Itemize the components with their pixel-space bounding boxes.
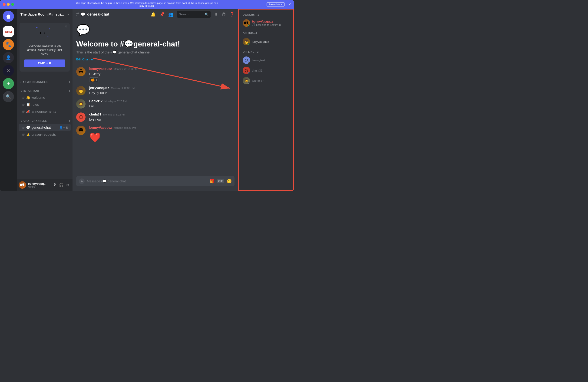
download-icon[interactable]: ⬇ xyxy=(214,12,218,17)
server-divider xyxy=(5,24,12,24)
message-content: jerryvasquez Monday at 12:33 PM Hey, guu… xyxy=(89,86,234,96)
current-user-tag: #8491 xyxy=(28,185,50,188)
server-name-bar[interactable]: The UpperRoom Ministri... ▾ xyxy=(17,9,73,20)
important-add-button[interactable]: + xyxy=(69,89,71,93)
search-box[interactable]: 🔍 xyxy=(177,11,210,18)
maximize-button[interactable] xyxy=(11,3,14,6)
notification-bell-icon[interactable]: 🔔 xyxy=(151,12,156,17)
window-controls xyxy=(3,3,14,6)
member-avatar-jerry: 👦 xyxy=(243,38,250,45)
channel-name-header: general-chat xyxy=(87,12,109,17)
member-avatar-bennytest: ⬡ xyxy=(243,57,250,64)
user-settings-icon[interactable]: ⚙ xyxy=(65,182,71,188)
help-icon[interactable]: ❓ xyxy=(229,12,234,17)
channel-hash-icon: # xyxy=(22,95,25,100)
microphone-icon[interactable]: 🎙 xyxy=(52,182,58,188)
notification-close-icon[interactable]: ✕ xyxy=(288,2,291,6)
message-content: bennyVasquez Monday at 8:23 PM ❤️ xyxy=(89,126,234,144)
offline-section: OFFLINE—3 ⬡ bennytest ⬡ xyxy=(241,50,292,86)
notification-text: We hope Discord can be helpful in these … xyxy=(73,2,221,7)
list-item[interactable]: 🧔 Daniel17 xyxy=(241,76,292,86)
avatar: 🧔 xyxy=(76,99,85,108)
admin-channels-category[interactable]: › ADMIN CHANNELS + xyxy=(17,76,73,85)
quick-switcher-popup: ✕ ✦ ↔️ ✦ ✦ Use Quick Switcher to get aro… xyxy=(20,23,70,72)
minimize-button[interactable] xyxy=(7,3,10,6)
chat-input-area: + 🎁 GIF 😊 xyxy=(73,176,238,191)
emoji-icon[interactable]: 😊 xyxy=(227,179,232,184)
headphones-icon[interactable]: 🎧 xyxy=(59,182,64,188)
chat-add-button[interactable]: + xyxy=(69,119,71,123)
gift-icon[interactable]: 🎁 xyxy=(210,179,214,184)
chat-channels-category[interactable]: ∨ CHAT CHANNELS + xyxy=(17,115,73,124)
add-server-button[interactable]: + xyxy=(3,78,14,89)
member-name: Daniel17 xyxy=(252,79,290,82)
message-text: ❤️ xyxy=(89,130,234,144)
list-item[interactable]: 🕶 bennyVasquez 🎵 Listening to Spotify 🖥 xyxy=(241,18,292,28)
message-author: bennyVasquez xyxy=(89,126,112,129)
chat-expand-icon: ∨ xyxy=(21,120,22,122)
quick-switcher-icon: ✦ ↔️ ✦ ✦ xyxy=(38,27,52,41)
close-button[interactable] xyxy=(3,3,6,6)
user-controls: 🎙 🎧 ⚙ xyxy=(52,182,71,188)
search-input[interactable] xyxy=(179,13,203,16)
discord-home-icon[interactable] xyxy=(3,11,14,22)
list-item[interactable]: ⬡ bennytest xyxy=(241,55,292,65)
message-timestamp: Monday at 12:33 PM xyxy=(111,87,135,89)
channel-prayer-requests[interactable]: # 🙏 prayer-requests xyxy=(19,131,71,138)
table-row: ⬡ chula31 Monday at 8:22 PM bye now xyxy=(76,112,234,122)
table-row: 🕶 bennyVasquez Monday at 12:33 PM Hi Jer… xyxy=(76,67,234,82)
message-author: jerryvasquez xyxy=(89,86,109,90)
search-icon: 🔍 xyxy=(205,13,209,16)
admin-add-button[interactable]: + xyxy=(69,80,71,84)
message-timestamp: Monday at 8:23 PM xyxy=(114,126,136,129)
attach-file-button[interactable]: + xyxy=(79,179,84,184)
channel-hash-icon: # xyxy=(22,132,25,137)
important-category-name: IMPORTANT xyxy=(23,89,40,92)
quick-switcher-close[interactable]: ✕ xyxy=(65,25,67,28)
chat-header: # 💬 general-chat 🔔 📌 👥 🔍 ⬇ @ ❓ xyxy=(73,9,238,20)
member-info: chula31 xyxy=(252,69,290,72)
member-name: chula31 xyxy=(252,69,290,72)
message-author: Daniel17 xyxy=(89,99,103,103)
main-chat: # 💬 general-chat 🔔 📌 👥 🔍 ⬇ @ ❓ xyxy=(73,9,238,191)
status-dot xyxy=(248,24,250,27)
message-content: bennyVasquez Monday at 12:33 PM Hi Jerry… xyxy=(89,67,234,82)
channel-welcome[interactable]: # 👋 welcome xyxy=(19,94,71,101)
settings-icon[interactable]: ⚙ xyxy=(66,126,69,129)
channel-general-chat[interactable]: # 💬 general-chat 👤+ ⚙ xyxy=(19,124,71,131)
gif-button[interactable]: GIF xyxy=(217,179,224,183)
avatar: 🕶 xyxy=(76,126,85,135)
invite-icon[interactable]: 👤+ xyxy=(59,126,65,129)
server-icon-dark2[interactable]: ✕ xyxy=(3,65,14,76)
list-item[interactable]: ⬡ chula31 xyxy=(241,65,292,76)
message-input[interactable] xyxy=(87,179,207,183)
message-reaction[interactable]: 🍊 1 xyxy=(89,77,99,82)
member-info: bennytest xyxy=(252,59,290,62)
important-category[interactable]: ∨ IMPORTANT + xyxy=(17,85,73,94)
server-icon-dark1[interactable]: 👤 xyxy=(3,52,14,63)
edit-channel-link[interactable]: Edit Channel xyxy=(76,58,93,61)
channel-hash-header: # xyxy=(76,12,79,17)
admin-expand-icon: › xyxy=(21,81,21,83)
channel-sidebar: The UpperRoom Ministri... ▾ ✕ ✦ ↔️ ✦ ✦ U… xyxy=(17,9,73,191)
mention-icon[interactable]: @ xyxy=(221,12,226,17)
message-header: bennyVasquez Monday at 8:23 PM xyxy=(89,126,234,129)
explore-servers-button[interactable]: 🔍 xyxy=(3,91,14,102)
member-avatar-benny: 🕶 xyxy=(243,19,250,27)
list-item[interactable]: 👦 jerryvasquez xyxy=(241,37,292,47)
server-sidebar: URM 🐾 👤 ✕ + 🔍 xyxy=(0,9,17,191)
server-icon-urm[interactable]: URM xyxy=(3,26,14,37)
learn-more-button[interactable]: Learn More xyxy=(267,2,285,6)
member-info: jerryvasquez xyxy=(252,40,290,43)
channel-rules[interactable]: # 📋 rules xyxy=(19,101,71,108)
message-text: Hey, guuuurl xyxy=(89,91,234,96)
member-avatar-chula: ⬡ xyxy=(243,67,250,74)
quick-switcher-shortcut-button[interactable]: CMD + K xyxy=(24,60,65,67)
server-icon-paws[interactable]: 🐾 xyxy=(3,39,14,50)
welcome-subtitle: This is the start of the #💬 general-chat… xyxy=(76,50,234,54)
channel-announcements[interactable]: # 📣 announcements xyxy=(19,108,71,115)
offline-section-title: OFFLINE—3 xyxy=(241,50,292,53)
channel-hash-icon: # xyxy=(22,102,25,107)
members-icon[interactable]: 👥 xyxy=(168,12,173,17)
pin-icon[interactable]: 📌 xyxy=(159,12,165,17)
